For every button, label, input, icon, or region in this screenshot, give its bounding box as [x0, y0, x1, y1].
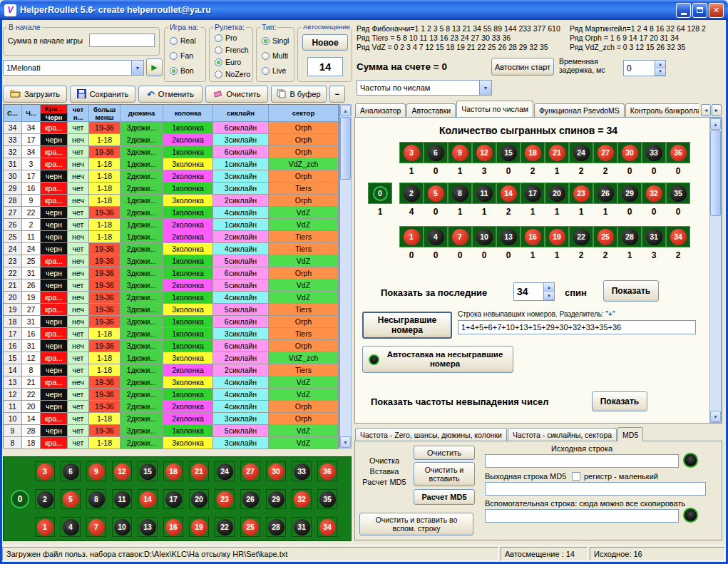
- number-tile[interactable]: 4: [424, 226, 448, 247]
- board-number-tile[interactable]: 16: [163, 517, 183, 537]
- board-number-tile[interactable]: 14: [138, 489, 158, 509]
- new-button[interactable]: Новое: [302, 34, 348, 51]
- spinner-down-icon[interactable]: ▼: [544, 292, 554, 300]
- history-row[interactable]: 3434кра...чет19-363дюжи...1колонка6сикла…: [4, 122, 339, 134]
- md5-calc-button[interactable]: Расчет MD5: [414, 489, 475, 505]
- number-tile[interactable]: 35: [666, 183, 690, 204]
- tab-md5[interactable]: MD5: [617, 427, 643, 441]
- play-button[interactable]: ▶: [146, 58, 163, 76]
- number-tile[interactable]: 21: [545, 142, 569, 163]
- scroll-down-icon[interactable]: ▼: [710, 411, 721, 422]
- history-row[interactable]: 289кра...неч1-181дюжи...3колонка2сиклайн…: [4, 195, 339, 207]
- number-tile[interactable]: 33: [642, 142, 666, 163]
- number-tile[interactable]: 28: [617, 226, 642, 247]
- undo-button[interactable]: ↶ Отменить: [138, 86, 202, 103]
- number-tile[interactable]: 31: [642, 226, 666, 247]
- history-row[interactable]: 262чернчет1-181дюжи...2колонка1сиклайнVd…: [4, 219, 339, 231]
- radio-fan[interactable]: Fan: [170, 51, 193, 60]
- panel-scrollbar[interactable]: ▲ ▼: [709, 118, 722, 423]
- number-tile[interactable]: 23: [569, 183, 593, 204]
- board-number-tile[interactable]: 5: [61, 489, 81, 509]
- number-tile[interactable]: 7: [448, 226, 472, 247]
- board-number-tile[interactable]: 28: [266, 517, 286, 537]
- md5-clear-button[interactable]: Очистить: [414, 446, 475, 460]
- spinner-down-icon[interactable]: ▼: [655, 68, 665, 76]
- radio-nozero[interactable]: NoZero: [215, 70, 250, 78]
- number-tile[interactable]: 29: [617, 183, 642, 204]
- tab-частоты-по-числам[interactable]: Частоты по числам: [456, 101, 533, 117]
- board-number-tile[interactable]: 35: [317, 489, 337, 509]
- history-row[interactable]: 2511черннеч1-181дюжи...2колонка2сиклайнT…: [4, 231, 339, 243]
- tab-scroll-left-icon[interactable]: ◄: [701, 104, 711, 116]
- delay-spinner[interactable]: 0 ▲▼: [623, 60, 666, 76]
- number-tile[interactable]: 12: [472, 142, 496, 163]
- radio-pro[interactable]: Pro: [215, 34, 237, 42]
- board-number-tile[interactable]: 13: [138, 517, 158, 537]
- history-row[interactable]: 818кра...чет1-182дюжи...3колонка3сиклайн…: [4, 437, 339, 449]
- tab-частота-сиклайны-сектора[interactable]: Частота - сиклайны, сектора: [508, 428, 617, 441]
- board-number-tile[interactable]: 12: [112, 461, 132, 481]
- history-row[interactable]: 1716кра...чет1-182дюжи...1колонка3сиклай…: [4, 328, 339, 340]
- md5-output-input[interactable]: [485, 482, 706, 496]
- save-button[interactable]: Сохранить: [70, 86, 135, 103]
- radio-singl[interactable]: Singl: [262, 36, 289, 45]
- board-number-tile[interactable]: 32: [292, 489, 312, 509]
- md5-source-input[interactable]: [485, 454, 679, 468]
- number-tile[interactable]: 10: [472, 226, 496, 247]
- load-button[interactable]: Загрузить: [3, 86, 67, 103]
- number-tile[interactable]: 36: [666, 142, 690, 163]
- last-spins-spinner[interactable]: 34 ▲▼: [513, 282, 555, 301]
- history-row[interactable]: 2126чернчет19-363дюжи...2колонка5сиклайн…: [4, 280, 339, 292]
- radio-multi[interactable]: Multi: [262, 51, 288, 60]
- number-tile[interactable]: 11: [472, 183, 496, 204]
- board-number-tile[interactable]: 20: [189, 489, 209, 509]
- number-tile[interactable]: 9: [448, 142, 472, 163]
- number-tile[interactable]: 5: [424, 183, 448, 204]
- board-number-tile[interactable]: 34: [317, 517, 337, 537]
- board-number-tile[interactable]: 7: [86, 517, 106, 537]
- board-number-tile[interactable]: 25: [240, 517, 260, 537]
- md5-helper-go-button[interactable]: [683, 508, 698, 523]
- spinner-up-icon[interactable]: ▲: [544, 283, 554, 292]
- history-row[interactable]: 1014кра...чет1-182дюжи...2колонка3сиклай…: [4, 413, 339, 425]
- board-number-tile[interactable]: 23: [215, 489, 235, 509]
- board-number-tile[interactable]: 33: [292, 461, 312, 481]
- number-tile[interactable]: 15: [496, 142, 521, 163]
- board-number-tile[interactable]: 17: [163, 489, 183, 509]
- tab-scroll-right-icon[interactable]: ►: [712, 104, 722, 116]
- history-row[interactable]: 1120чернчет19-362дюжи...2колонка4сиклайн…: [4, 401, 339, 413]
- number-tile[interactable]: 17: [521, 183, 545, 204]
- history-row[interactable]: 1222чернчет19-362дюжи...1колонка4сиклайн…: [4, 389, 339, 401]
- md5-clear-paste-helper-button[interactable]: Очистить и вставить во вспом. строку: [359, 513, 473, 535]
- tab-контроль-банкролла[interactable]: Контроль банкролла: [625, 103, 699, 117]
- number-tile[interactable]: 25: [593, 226, 617, 247]
- board-number-tile[interactable]: 27: [240, 461, 260, 481]
- table-scrollbar[interactable]: ▲ ▼: [339, 104, 352, 448]
- history-row[interactable]: 2231черннеч19-363дюжи...1колонка6сиклайн…: [4, 267, 339, 280]
- show-last-button[interactable]: Показать: [603, 280, 659, 302]
- history-row[interactable]: 2916кра...чет1-182дюжи...1колонка3сиклай…: [4, 183, 339, 195]
- history-row[interactable]: 1512кра...чет1-181дюжи...3колонка2сиклай…: [4, 352, 339, 364]
- board-number-tile[interactable]: 21: [189, 461, 209, 481]
- board-number-tile[interactable]: 19: [189, 517, 209, 537]
- board-number-tile[interactable]: 4: [61, 517, 81, 537]
- number-tile[interactable]: 19: [545, 226, 569, 247]
- history-row[interactable]: 3317черннеч1-182дюжи...2колонка3сиклайнO…: [4, 134, 339, 146]
- spinner-up-icon[interactable]: ▲: [655, 61, 665, 68]
- tab-анализатор[interactable]: Анализатор: [355, 103, 406, 117]
- chevron-down-icon[interactable]: ▼: [479, 81, 491, 95]
- history-row[interactable]: 148чернчет1-181дюжи...2колонка2сиклайнTi…: [4, 364, 339, 376]
- board-number-tile[interactable]: 15: [138, 461, 158, 481]
- missed-numbers-field[interactable]: 1+4+5+6+7+10+13+15+29+30+32+33+35+36: [458, 320, 696, 334]
- number-tile[interactable]: 22: [569, 226, 593, 247]
- history-row[interactable]: 3234кра...чет19-363дюжи...1колонка6сикла…: [4, 146, 339, 158]
- number-tile[interactable]: 30: [617, 142, 642, 163]
- board-number-tile[interactable]: 6: [61, 461, 81, 481]
- number-tile[interactable]: 8: [448, 183, 472, 204]
- chevron-down-icon[interactable]: ▼: [131, 61, 143, 75]
- history-row[interactable]: 1321кра...неч19-362дюжи...3колонка4сикла…: [4, 376, 339, 389]
- history-row[interactable]: 2019кра...неч19-362дюжи...1колонка4сикла…: [4, 292, 339, 304]
- number-tile[interactable]: 0: [368, 183, 392, 204]
- history-row[interactable]: 1831черннеч19-363дюжи...1колонка6сиклайн…: [4, 316, 339, 328]
- table-scroll-thumb[interactable]: [340, 117, 351, 180]
